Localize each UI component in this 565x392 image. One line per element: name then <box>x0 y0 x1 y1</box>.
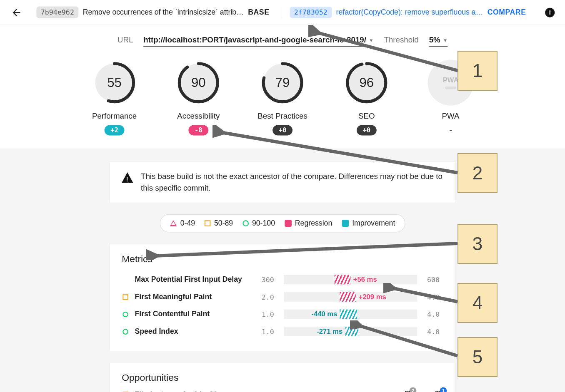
opportunities-card: Opportunities Eliminate render-blocking … <box>109 362 456 392</box>
svg-line-8 <box>317 32 458 71</box>
info-button[interactable]: i <box>545 7 555 17</box>
annotation-arrow-2 <box>212 125 462 179</box>
base-tag: BASE <box>248 8 269 17</box>
range-pass-icon <box>122 329 128 335</box>
info-icon: i <box>549 9 551 16</box>
delta-badge: +2 <box>105 125 125 136</box>
base-commit-message: Remove occurrences of the `intrinsicsize… <box>83 8 244 17</box>
svg-line-11 <box>392 288 458 302</box>
compare-header: 7b94e962 Remove occurrences of the `intr… <box>0 0 565 25</box>
svg-line-9 <box>221 132 458 173</box>
range-pass-icon <box>242 220 249 226</box>
range-pass-icon <box>122 311 128 317</box>
annotation-4: 4 <box>458 283 498 323</box>
clipboard-base-icon: 2 <box>403 390 413 392</box>
annotation-3: 3 <box>458 224 498 264</box>
base-hash: 7b94e962 <box>36 7 78 18</box>
annotation-arrow-4 <box>383 283 462 308</box>
annotation-arrow-1 <box>308 25 462 79</box>
filter-controls: URL http://localhost:PORT/javascript-and… <box>0 35 565 47</box>
range-fail-icon <box>122 277 129 283</box>
regression-swatch-icon <box>285 220 292 227</box>
base-commit[interactable]: 7b94e962 Remove occurrences of the `intr… <box>36 7 281 18</box>
warning-icon <box>122 172 133 183</box>
compare-commit-message: refactor(CopyCode): remove superfluous a… <box>336 8 483 17</box>
annotation-1: 1 <box>458 51 498 91</box>
range-average-icon <box>205 220 211 226</box>
gauge-best-practices[interactable]: 79 Best Practices +0 <box>254 60 310 136</box>
arrow-left-icon <box>11 7 22 18</box>
opportunity-row[interactable]: Eliminate render-blocking resources 2 → … <box>122 390 443 392</box>
gauge-performance[interactable]: 55 Performance +2 <box>86 60 142 136</box>
opportunities-title: Opportunities <box>122 372 443 383</box>
annotation-arrow-5 <box>350 320 462 362</box>
back-button[interactable] <box>10 6 22 18</box>
arrow-right-icon: → <box>419 390 428 392</box>
url-label: URL <box>118 35 133 45</box>
delta-badge: -8 <box>188 125 208 136</box>
compare-commit[interactable]: 2f783052 refactor(CopyCode): remove supe… <box>281 7 535 18</box>
metric-diff-bar: -440 ms <box>284 310 417 319</box>
clipboard-compare-icon: 1 <box>434 390 443 392</box>
range-average-icon <box>122 294 128 300</box>
svg-line-12 <box>358 325 458 356</box>
range-fail-icon <box>170 220 177 226</box>
improvement-swatch-icon <box>342 220 349 227</box>
annotation-arrow-3 <box>146 239 462 260</box>
svg-line-10 <box>154 243 458 256</box>
annotation-2: 2 <box>458 153 498 193</box>
gauge-accessibility[interactable]: 90 Accessibility -8 <box>170 60 227 136</box>
annotation-5: 5 <box>458 337 498 377</box>
score-legend: 0-49 50-89 90-100 Regression Improvement <box>160 214 405 233</box>
compare-hash: 2f783052 <box>290 7 332 18</box>
compare-tag: COMPARE <box>488 8 526 17</box>
